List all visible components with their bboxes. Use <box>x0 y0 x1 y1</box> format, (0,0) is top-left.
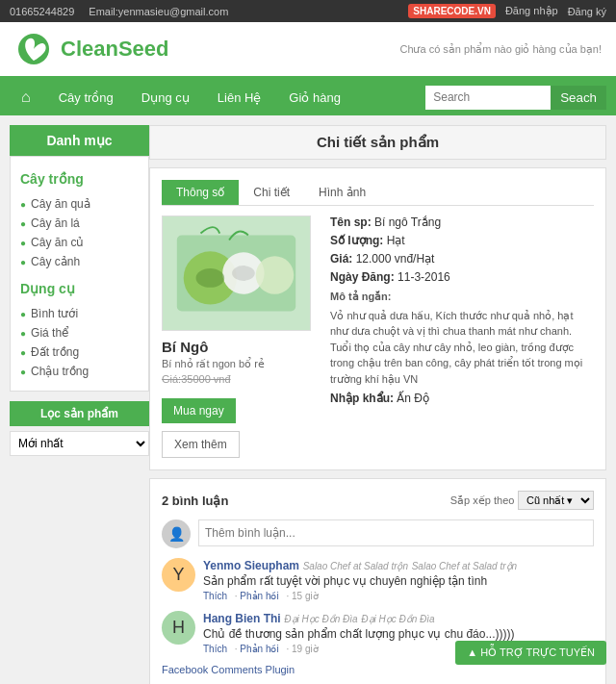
tab-thong-so[interactable]: Thông số <box>162 180 239 205</box>
sidebar-title: Danh mục <box>10 125 149 156</box>
info-gia: Giá: 12.000 vnđ/Hạt <box>330 252 594 266</box>
info-mo-ta-text: Vỏ như quả dưa hấu, Kích thước như quả n… <box>330 308 594 388</box>
sidebar-item-chau[interactable]: ● Chậu trồng <box>20 362 139 381</box>
info-nhap-khau-val: Ấn Độ <box>397 392 429 405</box>
sidebar: Danh mục Cây trồng ● Cây ăn quả ● Cây ăn… <box>10 125 149 684</box>
sort-label: Sắp xếp theo <box>450 494 515 506</box>
sort-select[interactable]: Cũ nhất ▾ <box>518 491 594 510</box>
sort-controls: Sắp xếp theo Cũ nhất ▾ <box>450 491 594 510</box>
info-ngay-dang: Ngày Đăng: 11-3-2016 <box>330 270 594 284</box>
comment-role-1: Đại Học Đồn Đìa <box>361 614 434 624</box>
sidebar-item-qua[interactable]: ● Cây ăn quả <box>20 194 139 214</box>
navigation: ⌂ Cây trồng Dụng cụ Liên Hệ Giỏ hàng Sea… <box>0 79 616 115</box>
comment-item-0: Y Yenmo Sieupham Salao Chef at Salad trộ… <box>162 558 594 601</box>
register-link[interactable]: Đăng ký <box>568 6 606 17</box>
comments-count: 2 bình luận <box>162 494 228 508</box>
content-area: Chi tiết sản phẩm Thông số Chi tiết Hình… <box>149 125 606 684</box>
sidebar-item-label: Cây ăn quả <box>31 197 90 211</box>
comment-username-1[interactable]: Hang Bien Thi <box>203 612 281 625</box>
fb-plugin-link[interactable]: Facebook Comments Plugin <box>162 664 594 675</box>
dot-icon: ● <box>20 199 26 210</box>
comment-input-avatar: 👤 <box>162 519 191 548</box>
buy-now-button[interactable]: Mua ngay <box>162 398 236 423</box>
sidebar-dung-cu-title: Dụng cụ <box>20 281 139 296</box>
nav-home[interactable]: ⌂ <box>10 79 42 115</box>
comment-username-0[interactable]: Yenmo Sieupham <box>203 559 299 572</box>
product-name: Bí Ngô <box>162 339 316 355</box>
comment-avatar-1: H <box>162 611 195 645</box>
comment-avatar-0: Y <box>162 558 195 592</box>
main-container: Danh mục Cây trồng ● Cây ăn quả ● Cây ăn… <box>0 115 616 684</box>
top-bar: 01665244829 Email:yenmasieu@gmail.com SH… <box>0 0 616 22</box>
sidebar-item-la[interactable]: ● Cây ăn lá <box>20 214 139 233</box>
dot-icon: ● <box>20 367 26 377</box>
info-ten-sp: Tên sp: Bí ngô Trắng <box>330 215 594 229</box>
comment-role-0: Salao Chef at Salad trộn <box>303 561 408 571</box>
login-link[interactable]: Đăng nhập <box>505 5 558 17</box>
info-so-luong: Số lượng: Hạt <box>330 234 594 247</box>
nav-cay-trong[interactable]: Cây trồng <box>47 81 125 114</box>
nav-gio-hang[interactable]: Giỏ hàng <box>277 81 352 114</box>
product-detail-box: Thông số Chi tiết Hình ảnh <box>149 167 606 470</box>
nav-lien-he[interactable]: Liên Hệ <box>206 81 273 114</box>
dot-icon: ● <box>20 347 26 358</box>
logo[interactable]: CleanSeed <box>14 30 169 68</box>
sidebar-item-label: Giá thể <box>31 326 68 340</box>
comment-like-0[interactable]: Thích <box>203 591 227 601</box>
comment-role-label-1: Đại Học Đồn Đìa <box>284 614 357 624</box>
info-mo-ta-label: Mô tả ngắn: <box>330 291 391 302</box>
sidebar-item-canh[interactable]: ● Cây cảnh <box>20 252 139 271</box>
comment-text-1: Chủ đề thương sản phẩm chất lượng phục v… <box>203 627 594 641</box>
comment-body-0: Yenmo Sieupham Salao Chef at Salad trộn … <box>203 558 594 601</box>
view-more-button[interactable]: Xem thêm <box>162 431 240 458</box>
logo-icon <box>14 30 53 68</box>
content-title: Chi tiết sản phẩm <box>149 125 606 160</box>
comment-text-0: Sản phẩm rất tuyệt vời phục vụ chuyên ng… <box>203 574 594 588</box>
svg-point-6 <box>196 268 225 288</box>
dot-icon: ● <box>20 257 26 267</box>
svg-point-5 <box>256 256 294 293</box>
support-button[interactable]: ▲ HỖ TRỢ TRỰC TUYẾN <box>455 641 606 665</box>
product-image <box>162 215 311 331</box>
comment-reply-0[interactable]: Phản hồi <box>240 591 278 601</box>
info-ngay-dang-val: 11-3-2016 <box>398 270 450 284</box>
cart-info: Chưa có sản phẩm nào giỏ hàng của bạn! <box>399 43 602 56</box>
sidebar-item-label: Cây ăn củ <box>31 236 84 249</box>
search-button[interactable]: Seach <box>551 86 606 110</box>
info-nhap-khau-label: Nhập khẩu: <box>330 392 394 405</box>
filter-title: Lọc sản phẩm <box>10 401 149 426</box>
tab-chi-tiet[interactable]: Chi tiết <box>239 180 304 205</box>
sidebar-item-binh[interactable]: ● Bình tưới <box>20 304 139 323</box>
filter-select[interactable]: Mới nhất <box>10 431 149 456</box>
info-gia-val: 12.000 vnđ/Hạt <box>356 252 435 266</box>
info-gia-label: Giá: <box>330 252 352 266</box>
info-ten-sp-val: Bí ngô Trắng <box>374 215 441 229</box>
sidebar-item-label: Cây cảnh <box>31 255 80 268</box>
svg-point-7 <box>232 266 255 281</box>
dot-icon: ● <box>20 218 26 229</box>
sharecode-badge: SHARECODE.VN <box>408 4 496 18</box>
cart-text: Chưa có sản phẩm nào giỏ hàng của bạn! <box>399 43 602 55</box>
comment-reply-1[interactable]: Phản hồi <box>240 644 278 654</box>
sidebar-item-gia-the[interactable]: ● Giá thể <box>20 323 139 342</box>
sidebar-box: Cây trồng ● Cây ăn quả ● Cây ăn lá ● Cây… <box>10 156 149 392</box>
product-content: Bí Ngô Bí nhỏ rất ngon bổ rẻ Giá:35000 v… <box>162 215 594 458</box>
sidebar-item-label: Bình tưới <box>31 307 78 320</box>
email-text: Email:yenmasieu@gmail.com <box>89 6 228 17</box>
nav-dung-cu[interactable]: Dụng cụ <box>130 81 201 114</box>
sidebar-item-cu[interactable]: ● Cây ăn củ <box>20 233 139 252</box>
info-so-luong-label: Số lượng: <box>330 234 383 247</box>
product-info-col: Tên sp: Bí ngô Trắng Số lượng: Hạt Giá: … <box>330 215 594 458</box>
tab-hinh-anh[interactable]: Hình ảnh <box>304 180 380 205</box>
comment-input-row: 👤 <box>162 519 594 548</box>
comment-actions-0: Thích · Phản hồi · 15 giờ <box>203 591 594 601</box>
sidebar-item-dat-trong[interactable]: ● Đất trồng <box>20 342 139 362</box>
comment-input-field[interactable] <box>198 519 594 546</box>
product-desc-short: Bí nhỏ rất ngon bổ rẻ <box>162 358 316 370</box>
sidebar-cay-trong-title: Cây trồng <box>20 171 139 187</box>
sidebar-item-label: Chậu trồng <box>31 365 89 378</box>
comments-header: 2 bình luận Sắp xếp theo Cũ nhất ▾ <box>162 491 594 510</box>
product-tabs: Thông số Chi tiết Hình ảnh <box>162 180 594 206</box>
search-input[interactable] <box>425 86 551 110</box>
comment-like-1[interactable]: Thích <box>203 644 227 654</box>
